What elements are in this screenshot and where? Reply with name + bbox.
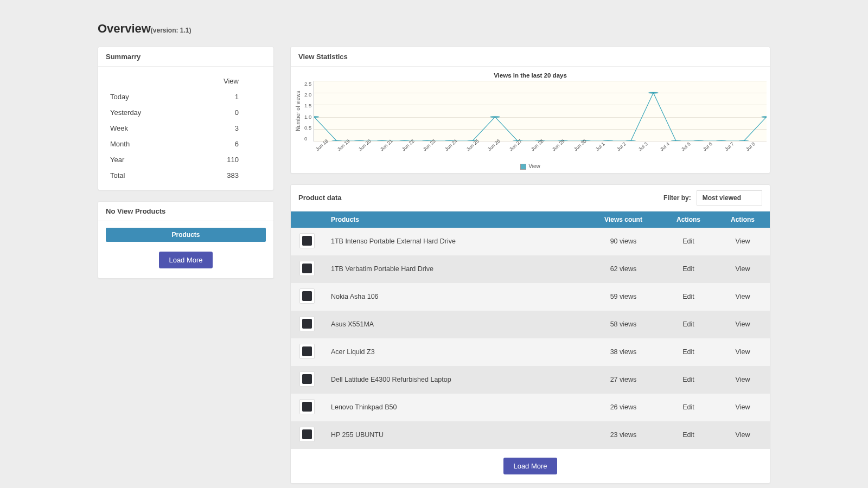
product-edit-action[interactable]: Edit bbox=[661, 255, 716, 283]
table-row: Nokia Asha 10659 viewsEditView bbox=[291, 283, 770, 311]
chart-ytick: 2.0 bbox=[304, 92, 311, 98]
product-view-action[interactable]: View bbox=[716, 228, 770, 255]
page-title: Overview(version: 1.1) bbox=[98, 22, 770, 36]
chart-title: Views in the last 20 days bbox=[294, 72, 767, 79]
summary-row-value: 110 bbox=[180, 152, 266, 168]
product-views: 59 views bbox=[585, 283, 661, 311]
product-name[interactable]: Dell Latitude E4300 Refurbished Laptop bbox=[323, 366, 585, 394]
summary-view-col: View bbox=[180, 73, 266, 89]
summary-row: Total383 bbox=[106, 168, 266, 183]
table-row: Asus X551MA58 viewsEditView bbox=[291, 311, 770, 338]
product-edit-action[interactable]: Edit bbox=[661, 228, 716, 255]
chart-legend-label: View bbox=[528, 163, 540, 169]
product-views: 27 views bbox=[585, 366, 661, 394]
summary-row-value: 0 bbox=[180, 105, 266, 120]
product-thumb-icon bbox=[299, 233, 315, 248]
product-view-action[interactable]: View bbox=[716, 366, 770, 394]
filter-select-value: Most viewed bbox=[703, 194, 741, 202]
product-edit-action[interactable]: Edit bbox=[661, 366, 716, 394]
svg-point-15 bbox=[648, 92, 658, 93]
product-col-views: Views count bbox=[585, 211, 661, 228]
chart-legend: View bbox=[294, 163, 767, 170]
product-thumb-icon bbox=[299, 427, 315, 442]
product-thumb-icon bbox=[299, 288, 315, 304]
view-statistics-panel: View Statistics Views in the last 20 day… bbox=[290, 47, 770, 174]
product-name[interactable]: Acer Liquid Z3 bbox=[323, 338, 585, 366]
svg-point-0 bbox=[314, 116, 319, 117]
table-row: HP 255 UBUNTU23 viewsEditView bbox=[291, 421, 770, 449]
product-thumb-icon bbox=[299, 399, 315, 414]
summary-panel-title: Summarry bbox=[98, 47, 273, 67]
filter-label: Filter by: bbox=[663, 194, 691, 202]
chart-yaxis: 2.52.01.51.00.50 bbox=[302, 81, 314, 142]
summary-row-label: Year bbox=[106, 152, 180, 168]
summary-row-value: 3 bbox=[180, 120, 266, 136]
product-view-action[interactable]: View bbox=[716, 283, 770, 311]
product-view-action[interactable]: View bbox=[716, 421, 770, 449]
product-thumb-icon bbox=[299, 261, 315, 276]
product-views: 26 views bbox=[585, 394, 661, 421]
no-view-load-more-button[interactable]: Load More bbox=[159, 252, 212, 268]
view-statistics-panel-title: View Statistics bbox=[291, 47, 770, 67]
summary-row: Yesterday0 bbox=[106, 105, 266, 120]
product-thumb-icon bbox=[299, 344, 315, 359]
chart-plot bbox=[314, 81, 767, 142]
table-row: Acer Liquid Z338 viewsEditView bbox=[291, 338, 770, 366]
chart-ytick: 1.5 bbox=[304, 102, 311, 108]
product-edit-action[interactable]: Edit bbox=[661, 283, 716, 311]
product-load-more-button[interactable]: Load More bbox=[503, 458, 557, 474]
product-col-thumb bbox=[291, 211, 323, 228]
product-data-panel: Product data Filter by: Most viewed bbox=[290, 184, 770, 484]
product-edit-action[interactable]: Edit bbox=[661, 311, 716, 338]
page-version: (version: 1.1) bbox=[151, 27, 192, 34]
summary-table: View Today1Yesterday0Week3Month6Year110T… bbox=[106, 73, 266, 183]
no-view-panel-title: No View Products bbox=[98, 202, 273, 221]
summary-row-label: Week bbox=[106, 120, 180, 136]
summary-row: Month6 bbox=[106, 136, 266, 152]
filter-select[interactable]: Most viewed bbox=[697, 190, 762, 206]
product-views: 38 views bbox=[585, 338, 661, 366]
product-view-action[interactable]: View bbox=[716, 311, 770, 338]
product-name[interactable]: Lenovo Thinkpad B50 bbox=[323, 394, 585, 421]
summary-row: Year110 bbox=[106, 152, 266, 168]
product-name[interactable]: 1TB Verbatim Portable Hard Drive bbox=[323, 255, 585, 283]
page-title-text: Overview bbox=[98, 22, 151, 35]
chart-ytick: 0 bbox=[304, 136, 311, 142]
product-name[interactable]: Nokia Asha 106 bbox=[323, 283, 585, 311]
summary-row-value: 1 bbox=[180, 89, 266, 105]
summary-row-label: Month bbox=[106, 136, 180, 152]
product-thumb-icon bbox=[299, 371, 315, 387]
no-view-panel: No View Products Products Load More bbox=[98, 201, 274, 279]
summary-row-label: Total bbox=[106, 168, 180, 183]
table-row: Dell Latitude E4300 Refurbished Laptop27… bbox=[291, 366, 770, 394]
product-thumb-icon bbox=[299, 316, 315, 331]
product-edit-action[interactable]: Edit bbox=[661, 394, 716, 421]
product-view-action[interactable]: View bbox=[716, 394, 770, 421]
summary-panel: Summarry View Today1Yesterday0Week3Month… bbox=[98, 47, 274, 190]
product-name[interactable]: Asus X551MA bbox=[323, 311, 585, 338]
product-view-action[interactable]: View bbox=[716, 338, 770, 366]
summary-row-value: 383 bbox=[180, 168, 266, 183]
chart-ylabel: Number of views bbox=[294, 81, 302, 142]
product-views: 62 views bbox=[585, 255, 661, 283]
product-name[interactable]: HP 255 UBUNTU bbox=[323, 421, 585, 449]
summary-row-label: Yesterday bbox=[106, 105, 180, 120]
product-edit-action[interactable]: Edit bbox=[661, 421, 716, 449]
product-edit-action[interactable]: Edit bbox=[661, 338, 716, 366]
product-col-actions2: Actions bbox=[716, 211, 770, 228]
chart-ytick: 1.0 bbox=[304, 114, 311, 120]
legend-swatch-icon bbox=[520, 164, 526, 170]
product-view-action[interactable]: View bbox=[716, 255, 770, 283]
svg-point-8 bbox=[490, 116, 500, 117]
table-row: 1TB Intenso Portable External Hard Drive… bbox=[291, 228, 770, 255]
product-table: Products Views count Actions Actions 1TB… bbox=[291, 211, 770, 449]
product-col-products: Products bbox=[323, 211, 585, 228]
svg-point-20 bbox=[762, 116, 767, 117]
chart-ytick: 0.5 bbox=[304, 125, 311, 131]
product-col-actions1: Actions bbox=[661, 211, 716, 228]
product-panel-title: Product data bbox=[298, 194, 341, 202]
product-name[interactable]: 1TB Intenso Portable External Hard Drive bbox=[323, 228, 585, 255]
table-row: Lenovo Thinkpad B5026 viewsEditView bbox=[291, 394, 770, 421]
chart-xaxis: Jun 18Jun 19Jun 20Jun 21Jun 22Jun 23Jun … bbox=[315, 143, 767, 161]
summary-row-label: Today bbox=[106, 89, 180, 105]
